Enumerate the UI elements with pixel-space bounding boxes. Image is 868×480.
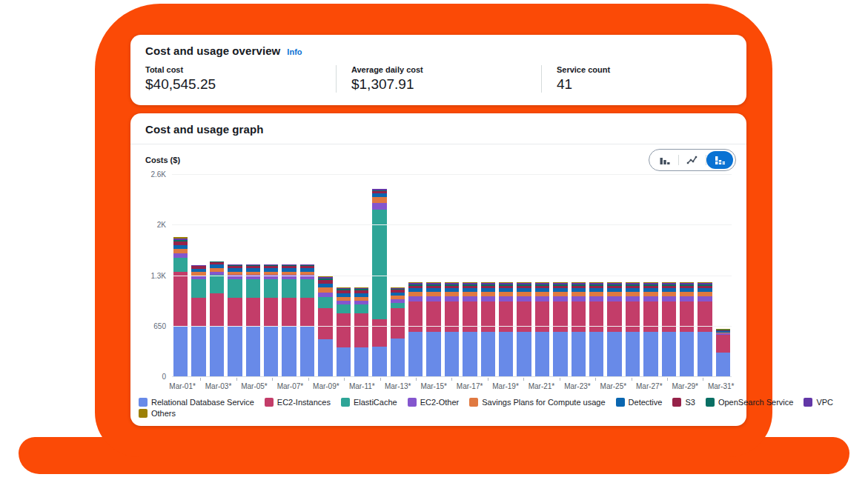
bar-segment	[372, 197, 386, 202]
legend-item-relational-database-service[interactable]: Relational Database Service	[139, 398, 254, 407]
x-axis-slot: Mar-21*	[532, 378, 550, 393]
bar-mar-29[interactable]	[680, 282, 694, 377]
bar-mar-13[interactable]	[391, 287, 405, 377]
x-axis-slot: Mar-11*	[353, 378, 371, 393]
bar-mar-21[interactable]	[535, 282, 549, 377]
bar-segment	[210, 275, 224, 293]
cost-overview-card: Cost and usage overview Info Total cost …	[130, 35, 746, 105]
bar-mar-20[interactable]	[517, 282, 531, 377]
bar-segment	[354, 304, 368, 313]
bar-segment	[426, 296, 440, 301]
bar-mar-12[interactable]	[372, 189, 386, 377]
chart-bars	[173, 175, 730, 377]
bar-mar-27[interactable]	[643, 282, 657, 377]
bar-segment	[337, 347, 351, 377]
bar-mar-01[interactable]	[173, 237, 188, 377]
bar-mar-28[interactable]	[662, 282, 676, 377]
bar-segment	[698, 301, 712, 332]
legend-row: Relational Database ServiceEC2-Instances…	[139, 398, 732, 407]
bar-mar-23[interactable]	[572, 282, 586, 377]
bar-mar-31[interactable]	[716, 329, 730, 377]
bar-mar-24[interactable]	[589, 282, 603, 377]
bar-segment	[589, 332, 603, 377]
bar-segment	[680, 332, 694, 377]
legend-item-opensearch-service[interactable]: OpenSearch Service	[706, 398, 794, 407]
legend-label: EC2-Other	[420, 398, 460, 407]
bar-mar-09[interactable]	[318, 276, 332, 377]
bar-mar-18[interactable]	[481, 282, 495, 377]
bar-mar-08[interactable]	[300, 264, 314, 377]
bar-segment	[535, 296, 549, 301]
x-axis-slot: Mar-19*	[497, 378, 514, 393]
bar-mar-11[interactable]	[354, 287, 368, 377]
legend-item-savings-plans-for-compute-usage[interactable]: Savings Plans for Compute usage	[469, 398, 605, 407]
legend-label: S3	[685, 398, 695, 407]
bar-mar-05[interactable]	[246, 264, 260, 377]
legend-item-elasticache[interactable]: ElastiCache	[341, 398, 397, 407]
bar-mar-30[interactable]	[698, 282, 712, 377]
bar-mar-04[interactable]	[228, 264, 242, 377]
bar-mar-26[interactable]	[626, 282, 640, 377]
legend-swatch	[139, 398, 148, 407]
bar-segment	[607, 296, 621, 301]
chart-x-axis: Mar-01*Mar-03*Mar-05*Mar-07*Mar-09*Mar-1…	[172, 378, 732, 393]
legend-item-others[interactable]: Others	[139, 409, 176, 418]
bar-segment	[210, 327, 224, 377]
chart-legend: Relational Database ServiceEC2-Instances…	[139, 398, 732, 418]
x-axis-tick	[703, 378, 703, 381]
legend-item-s3[interactable]: S3	[672, 398, 695, 407]
x-axis-tick	[560, 378, 560, 381]
legend-item-vpc[interactable]: VPC	[804, 398, 833, 407]
gridline	[172, 326, 732, 327]
bar-mar-15[interactable]	[426, 282, 440, 377]
bar-segment	[698, 332, 712, 377]
x-axis-tick	[236, 378, 237, 381]
stacked-bar-chart-toggle-button[interactable]	[706, 151, 733, 169]
bar-mar-07[interactable]	[282, 264, 296, 377]
stat-label: Average daily cost	[351, 65, 541, 74]
bar-chart-toggle-button[interactable]	[652, 151, 678, 169]
bar-mar-19[interactable]	[499, 282, 513, 377]
bar-segment	[282, 298, 296, 327]
bar-segment	[173, 258, 188, 271]
legend-item-ec2-other[interactable]: EC2-Other	[408, 398, 460, 407]
legend-item-ec2-instances[interactable]: EC2-Instances	[265, 398, 331, 407]
bar-mar-03[interactable]	[210, 261, 224, 377]
stat-total-cost: Total cost $40,545.25	[130, 65, 336, 93]
y-axis-tick-label: 0	[136, 373, 166, 381]
bar-mar-10[interactable]	[337, 287, 351, 377]
x-axis-slot: Mar-29*	[676, 378, 694, 393]
line-chart-toggle-button[interactable]	[679, 151, 706, 169]
info-link[interactable]: Info	[287, 47, 302, 56]
legend-row: Others	[139, 409, 732, 418]
bar-mar-14[interactable]	[408, 282, 423, 377]
bar-segment	[572, 301, 586, 332]
bar-segment	[589, 301, 603, 332]
x-axis-slot: Mar-05*	[245, 378, 263, 393]
bar-segment	[210, 293, 224, 327]
legend-item-detective[interactable]: Detective	[616, 398, 663, 407]
bar-mar-02[interactable]	[191, 265, 205, 377]
overview-title: Cost and usage overview	[145, 44, 280, 57]
bar-mar-25[interactable]	[607, 282, 621, 377]
bar-mar-22[interactable]	[553, 282, 567, 377]
legend-swatch	[616, 398, 625, 407]
bar-segment	[372, 347, 386, 377]
bar-segment	[246, 327, 260, 377]
bar-mar-16[interactable]	[445, 282, 459, 377]
bar-segment	[517, 296, 531, 301]
x-axis-slot: Mar-03*	[209, 378, 227, 393]
bar-segment	[191, 279, 205, 298]
bar-segment	[499, 332, 513, 377]
bar-mar-06[interactable]	[264, 264, 278, 377]
bar-segment	[391, 308, 405, 339]
bar-mar-17[interactable]	[463, 282, 477, 377]
legend-swatch	[341, 398, 350, 407]
x-axis-tick	[344, 378, 345, 381]
x-axis-tick	[667, 378, 668, 381]
bar-segment	[246, 279, 260, 298]
bar-segment	[408, 332, 423, 377]
legend-swatch	[408, 398, 417, 407]
bar-segment	[463, 301, 477, 332]
stat-label: Total cost	[145, 65, 336, 74]
